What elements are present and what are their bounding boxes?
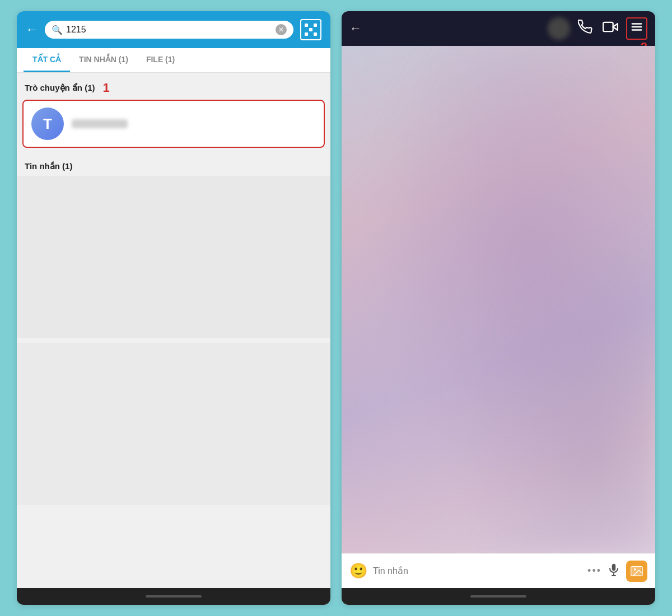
messages-section: Tin nhắn (1)	[17, 153, 330, 505]
image-button[interactable]	[626, 561, 647, 582]
tab-all[interactable]: TẤT CẢ	[24, 48, 70, 72]
video-call-button[interactable]	[600, 17, 620, 40]
hidden-chats-header: Trò chuyện ẩn (1) 1	[17, 73, 330, 100]
chat-back-button[interactable]: ←	[349, 21, 362, 36]
emoji-button[interactable]: 🙂	[349, 562, 367, 580]
menu-button[interactable]	[626, 17, 647, 40]
back-button[interactable]: ←	[24, 20, 40, 39]
message-item-1[interactable]	[17, 176, 330, 338]
svg-rect-1	[603, 22, 613, 31]
chat-header-icons: 2	[576, 17, 647, 40]
chat-contact-avatar	[548, 17, 570, 40]
chat-input-bar: 🙂 •••	[342, 553, 655, 588]
chat-header: ←	[342, 11, 655, 46]
annotation-1: 1	[103, 81, 110, 95]
chat-body	[342, 46, 655, 553]
search-input-wrap: 🔍 ✕	[45, 21, 293, 39]
svg-point-9	[634, 568, 636, 570]
left-bottom-bar	[17, 588, 330, 605]
hidden-chat-item[interactable]: T	[22, 100, 325, 148]
search-input[interactable]	[66, 25, 272, 35]
tab-messages[interactable]: TIN NHẮN (1)	[70, 48, 137, 72]
clear-button[interactable]: ✕	[276, 24, 287, 35]
qr-button[interactable]	[298, 17, 324, 43]
home-indicator	[146, 595, 202, 598]
phone-call-button[interactable]	[576, 17, 595, 40]
search-icon: 🔍	[52, 25, 63, 35]
tab-files[interactable]: FILE (1)	[137, 48, 184, 72]
home-indicator-right	[470, 595, 526, 598]
message-input[interactable]	[373, 566, 582, 576]
avatar: T	[31, 108, 64, 140]
hidden-chats-label: Trò chuyện ẩn (1)	[25, 83, 95, 93]
right-panel: ←	[342, 11, 655, 605]
contact-name-blurred	[72, 119, 128, 128]
right-bottom-bar	[342, 588, 655, 605]
svg-rect-5	[612, 564, 615, 571]
messages-section-label: Tin nhắn (1)	[17, 156, 330, 176]
microphone-button[interactable]	[607, 563, 620, 580]
qr-icon	[300, 19, 321, 40]
svg-marker-0	[613, 24, 618, 30]
left-panel: ← 🔍 ✕ TẤT CẢ TIN NHẮN (1) FILE (1) Trò c…	[17, 11, 330, 605]
tabs-bar: TẤT CẢ TIN NHẮN (1) FILE (1)	[17, 48, 330, 73]
search-bar: ← 🔍 ✕	[17, 11, 330, 48]
chat-background-overlay	[342, 46, 655, 553]
more-options-button[interactable]: •••	[587, 565, 601, 577]
message-item-2[interactable]	[17, 343, 330, 505]
search-results-content: Trò chuyện ẩn (1) 1 T Tin nhắn (1)	[17, 73, 330, 588]
